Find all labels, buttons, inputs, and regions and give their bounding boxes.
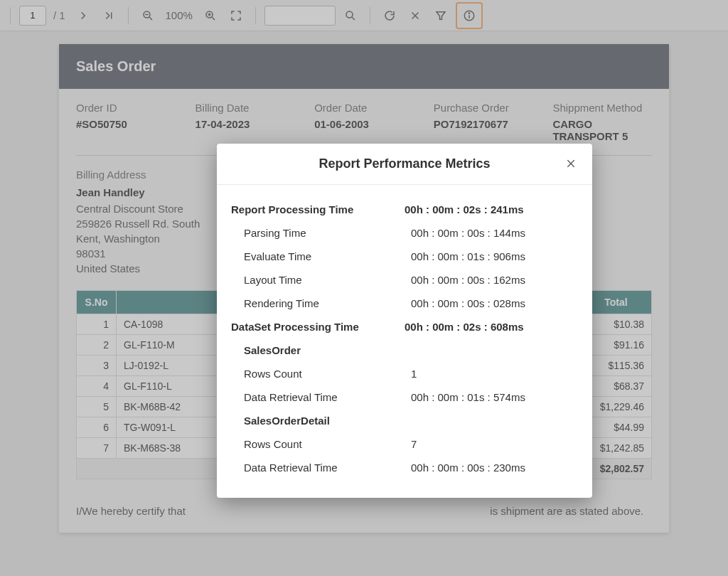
order-date-value: 01-06-2003 xyxy=(314,118,414,130)
cell-sno: 4 xyxy=(77,376,117,397)
svg-point-15 xyxy=(469,13,469,14)
metric-value: 00h : 00m : 02s : 608ms xyxy=(405,321,578,333)
metric-value: 00h : 00m : 00s : 230ms xyxy=(411,462,578,474)
certify-text: I/We hereby certify that is shipment are… xyxy=(76,503,652,520)
metric-row: Parsing Time00h : 00m : 00s : 144ms xyxy=(224,221,585,245)
metric-row: Rendering Time00h : 00m : 00s : 028ms xyxy=(224,292,585,315)
viewer-toolbar: / 1 100% xyxy=(0,0,728,31)
cell-sno: 7 xyxy=(77,438,117,459)
separator xyxy=(255,7,256,24)
billing-line: 259826 Russell Rd. South xyxy=(76,216,225,231)
cell-sno: 5 xyxy=(77,397,117,417)
close-icon[interactable] xyxy=(405,5,426,26)
search-input[interactable] xyxy=(264,6,336,26)
next-page-icon[interactable] xyxy=(73,5,94,26)
svg-line-9 xyxy=(352,17,355,20)
dialog-title: Report Performance Metrics xyxy=(318,156,490,171)
ship-method-label: Shippment Method xyxy=(552,102,652,114)
last-page-icon[interactable] xyxy=(98,5,119,26)
metric-label: Evaluate Time xyxy=(231,250,411,262)
refresh-icon[interactable] xyxy=(379,5,400,26)
metric-label: Layout Time xyxy=(231,274,411,286)
metric-value xyxy=(411,415,578,427)
zoom-in-icon[interactable] xyxy=(200,5,221,26)
metric-value: 00h : 00m : 02s : 241ms xyxy=(405,203,578,215)
metric-row: Rows Count1 xyxy=(224,362,585,385)
metric-value: 7 xyxy=(411,438,578,450)
billing-date-label: Billing Date xyxy=(196,102,295,114)
performance-metrics-dialog: Report Performance Metrics Report Proces… xyxy=(217,144,592,498)
metric-label: Rows Count xyxy=(231,438,411,450)
page-total: / 1 xyxy=(50,9,68,21)
dialog-body: Report Processing Time00h : 00m : 02s : … xyxy=(217,185,592,498)
metric-label: Data Retrieval Time xyxy=(231,462,411,474)
svg-line-7 xyxy=(212,17,215,20)
metric-label: Rendering Time xyxy=(231,297,411,309)
metric-row: SalesOrderDetail xyxy=(224,409,585,432)
cell-sno: 3 xyxy=(77,356,117,376)
billing-line: United States xyxy=(76,261,225,276)
order-id-label: Order ID xyxy=(76,102,176,114)
billing-line: Kent, Washington xyxy=(76,231,225,246)
metric-row: Evaluate Time00h : 00m : 01s : 906ms xyxy=(224,245,585,268)
po-value: PO7192170677 xyxy=(434,118,533,130)
close-icon[interactable] xyxy=(561,154,581,174)
zoom-out-icon[interactable] xyxy=(137,5,159,26)
order-date-label: Order Date xyxy=(314,102,414,114)
metric-value: 1 xyxy=(411,368,578,380)
metric-value: 00h : 00m : 01s : 906ms xyxy=(411,250,578,262)
cell-sno: 1 xyxy=(77,314,117,335)
metric-row: SalesOrder xyxy=(224,338,585,362)
separator xyxy=(10,7,11,24)
fullscreen-icon[interactable] xyxy=(225,5,247,26)
order-id-value: #SO50750 xyxy=(76,118,176,130)
metric-label: Rows Count xyxy=(231,368,411,380)
separator xyxy=(128,7,129,24)
info-icon[interactable] xyxy=(459,5,480,26)
metric-label: SalesOrderDetail xyxy=(231,415,411,427)
metric-value: 00h : 00m : 01s : 574ms xyxy=(411,391,578,403)
metric-value xyxy=(411,344,578,356)
billing-line: 98031 xyxy=(76,246,225,261)
metric-row: Data Retrieval Time00h : 00m : 01s : 574… xyxy=(224,385,585,409)
filter-icon[interactable] xyxy=(430,5,451,26)
metric-row: Layout Time00h : 00m : 00s : 162ms xyxy=(224,268,585,292)
metric-value: 00h : 00m : 00s : 028ms xyxy=(411,297,578,309)
ship-method-value: CARGO TRANSPORT 5 xyxy=(552,118,652,142)
billing-name: Jean Handley xyxy=(76,186,225,198)
po-label: Purchase Order xyxy=(434,102,533,114)
zoom-level[interactable]: 100% xyxy=(163,9,196,21)
metric-value: 00h : 00m : 00s : 144ms xyxy=(411,227,578,239)
metric-row: DataSet Processing Time00h : 00m : 02s :… xyxy=(224,315,585,338)
metric-row: Data Retrieval Time00h : 00m : 00s : 230… xyxy=(224,456,585,479)
metric-label: Report Processing Time xyxy=(231,203,405,215)
metric-label: DataSet Processing Time xyxy=(231,321,405,333)
metric-row: Rows Count7 xyxy=(224,432,585,456)
cell-sno: 6 xyxy=(77,417,117,438)
svg-point-8 xyxy=(346,11,353,18)
svg-marker-12 xyxy=(437,11,445,19)
metric-label: Data Retrieval Time xyxy=(231,391,411,403)
billing-date-value: 17-04-2023 xyxy=(196,118,295,130)
cell-sno: 2 xyxy=(77,335,117,356)
col-sno: S.No xyxy=(77,291,117,314)
metric-label: Parsing Time xyxy=(231,227,411,239)
info-button-highlight xyxy=(456,2,483,29)
separator xyxy=(370,7,370,24)
search-icon[interactable] xyxy=(340,5,361,26)
metric-value: 00h : 00m : 00s : 162ms xyxy=(411,274,578,286)
svg-line-3 xyxy=(149,17,152,20)
metric-row: Report Processing Time00h : 00m : 02s : … xyxy=(224,198,585,221)
page-number-input[interactable] xyxy=(19,6,46,26)
report-title: Sales Order xyxy=(59,44,669,89)
billing-address-label: Billing Address xyxy=(76,169,225,181)
billing-line: Central Discount Store xyxy=(76,201,225,216)
metric-label: SalesOrder xyxy=(231,344,411,356)
